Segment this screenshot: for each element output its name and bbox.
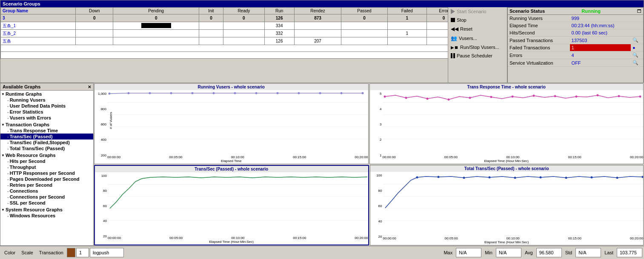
tree-item-connections[interactable]: -Connections (0, 188, 93, 194)
totals-ready: 0 (223, 14, 264, 22)
tree-item-user-defined[interactable]: -User Defined Data Points (0, 103, 93, 109)
empty-cell1 (631, 15, 643, 22)
br-x4: 00:15:00 (568, 236, 581, 240)
stop-icon (451, 18, 455, 22)
scenario-status-table: Running Vusers 999 Elapsed Time 00:23:44… (508, 15, 643, 67)
graph-tr-title: Trans Response Time - whole scenario (370, 84, 644, 90)
tree-item-http[interactable]: -HTTP Responses per Second (0, 170, 93, 176)
tree-item-windows[interactable]: -Windows Resources (0, 213, 93, 219)
bl-y4: 80 (103, 189, 107, 193)
tree-item-retries[interactable]: -Retries per Second (0, 182, 93, 188)
search-failed-icon[interactable]: ● (631, 44, 643, 51)
row1-passed (341, 22, 387, 30)
br-y3: 60 (378, 204, 382, 208)
tree-item-ssl[interactable]: -SSL per Second (0, 200, 93, 206)
graph-tl-title: Running Vusers - whole scenario (94, 84, 368, 90)
pause-scheduler-button[interactable]: Pause Scheduler (448, 51, 507, 60)
start-scenario-button[interactable]: Start Scenario (448, 7, 507, 16)
graph-trans-sec-passed[interactable]: Trans/Sec (Passed) - whole scenario 100 … (94, 165, 369, 246)
available-graphs-label: Available Graphs (3, 84, 40, 89)
tree-item-hits[interactable]: -Hits per Second (0, 158, 93, 164)
tl-x5: 00:20:00 (355, 155, 368, 159)
tr-x2: 00:05:00 (444, 155, 458, 159)
br-graph-svg (383, 172, 644, 233)
graph-total-trans-sec[interactable]: Total Trans/Sec (Passed) - whole scenari… (370, 165, 644, 246)
play-icon (451, 9, 455, 14)
runtime-arrow-icon: ▼ (1, 92, 5, 96)
graph-running-vusers[interactable]: Running Vusers - whole scenario 1,000 80… (94, 83, 369, 164)
br-y5: 100 (376, 174, 382, 177)
value-failed-trans: 1 (570, 44, 631, 51)
tr-x-label: Elapsed Time (Hour:Min:Sec) (370, 159, 644, 164)
tree-item-throughput[interactable]: -Throughput (0, 164, 93, 170)
tree-item-error-statistics[interactable]: -Error Statistics (0, 109, 93, 115)
vusers-button[interactable]: 👥 Vusers... (448, 34, 507, 43)
min-value: N/A (496, 248, 521, 257)
svg-point-31 (596, 94, 598, 97)
empty-cell3 (631, 29, 643, 37)
restore-icon[interactable]: 🗖 (637, 9, 641, 14)
web-group-label: Web Resource Graphs (6, 153, 56, 158)
row3-init (199, 37, 223, 45)
tree-group-transaction[interactable]: ▼ Transaction Graphs -Trans Response Tim… (0, 121, 93, 152)
tree-item-pages[interactable]: -Pages Downloaded per Second (0, 176, 93, 182)
dash-icon: - (7, 109, 9, 114)
tl-y3: 600 (101, 122, 106, 126)
reset-button[interactable]: ◀◀ Reset (448, 24, 507, 34)
graph-trans-response[interactable]: Trans Response Time - whole scenario 5 4… (369, 83, 644, 164)
search-passed-icon[interactable]: 🔍 (631, 37, 643, 44)
tl-x3: 00:10:00 (231, 155, 244, 159)
tree-group-system[interactable]: ▼ System Resource Graphs -Windows Resour… (0, 206, 93, 219)
tree-item-total-trans-sec[interactable]: -Total Trans/Sec (Passed) (0, 145, 93, 151)
tree-item-trans-sec-passed[interactable]: -Trans/Sec (Passed) (0, 134, 93, 139)
graph-br-title: Total Trans/Sec (Passed) - whole scenari… (370, 165, 644, 172)
tree-item-trans-response[interactable]: -Trans Response Time (0, 128, 93, 134)
row1-failed (387, 22, 427, 30)
tree-group-web[interactable]: ▼ Web Resource Graphs -Hits per Second -… (0, 152, 93, 206)
status-hits-second: Hits/Second 0.00 (last 60 sec) (508, 29, 643, 37)
value-running-vusers: 999 (570, 15, 631, 22)
col-run: Run (264, 8, 294, 14)
svg-point-49 (590, 176, 592, 178)
scenario-status-title: Scenario Status (509, 9, 545, 14)
tree-item-connections-sec[interactable]: -Connections per Second (0, 194, 93, 200)
bl-graph-svg (108, 172, 368, 233)
tree-item-running-vusers[interactable]: -Running Vusers (0, 97, 93, 103)
svg-point-32 (618, 95, 620, 97)
tr-y5: 5 (380, 92, 381, 96)
col-pending: Pending (113, 8, 199, 14)
available-graphs-title: Available Graphs ✕ (0, 83, 93, 91)
totals-failed: 1 (387, 14, 427, 22)
status-running-vusers: Running Vusers 999 (508, 15, 643, 22)
svg-point-26 (490, 96, 492, 98)
available-graphs-panel: Available Graphs ✕ ▼ Runtime Graphs -Run… (0, 83, 94, 246)
tree-group-runtime[interactable]: ▼ Runtime Graphs -Running Vusers -User D… (0, 91, 93, 121)
scenario-groups-title: Scenario Groups (0, 0, 644, 7)
tl-x2: 00:05:00 (169, 155, 182, 159)
br-y4: 80 (378, 189, 382, 193)
value-passed-trans: 137503 (570, 37, 631, 44)
svg-point-33 (639, 96, 641, 98)
row2-rendez (294, 30, 341, 37)
totals-passed: 0 (341, 14, 387, 22)
tree-item-vusers-errors[interactable]: -Vusers with Errors (0, 115, 93, 121)
tree-item-trans-sec-failed[interactable]: -Trans/Sec (Failed,Stopped) (0, 139, 93, 145)
svg-point-9 (213, 92, 215, 94)
search-errors-icon[interactable]: 🔍 (631, 51, 643, 59)
row1-ready (223, 22, 264, 30)
bl-y2: 40 (103, 219, 107, 223)
runstop-vusers-button[interactable]: ▶⏹ Run/Stop Vusers... (448, 43, 507, 51)
scenario-status-titlebar: Scenario Status Running 🗖 (508, 8, 643, 15)
svg-point-11 (255, 92, 258, 94)
row3-failed (387, 37, 427, 45)
search-service-icon[interactable]: 🔍 (631, 59, 643, 67)
close-icon[interactable]: ✕ (88, 85, 91, 89)
bl-x-label: Elapsed Time (Hour:Min:Sec) (95, 240, 368, 245)
stop-button[interactable]: Stop (448, 16, 507, 24)
svg-point-27 (511, 96, 513, 98)
tl-x4: 00:15:00 (293, 155, 306, 159)
value-elapsed-time: 00:23:44 (hh:mm:ss) (570, 22, 631, 29)
tl-y4: 800 (101, 107, 106, 111)
br-x2: 00:05:00 (445, 236, 458, 240)
bl-x2: 00:05:00 (169, 236, 183, 240)
